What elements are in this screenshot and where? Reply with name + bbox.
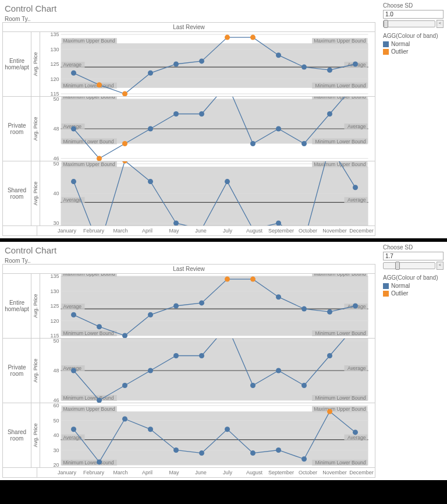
svg-point-56: [71, 126, 76, 132]
chevron-left-icon[interactable]: <: [437, 262, 444, 270]
svg-point-197: [199, 450, 204, 456]
svg-point-94: [225, 179, 230, 184]
svg-point-28: [173, 62, 179, 67]
x-tick-label: January: [54, 226, 80, 235]
legend-item-outlier[interactable]: Outlier: [383, 48, 444, 55]
svg-text:Maximum Upper Bound: Maximum Upper Bound: [63, 161, 116, 167]
svg-point-135: [353, 304, 358, 309]
svg-point-35: [353, 62, 358, 67]
svg-point-32: [276, 52, 281, 58]
chevron-left-icon[interactable]: <: [437, 20, 444, 28]
svg-point-158: [122, 383, 127, 388]
facet-plot[interactable]: 464850Maximum Upper BoundMaximum Upper B…: [40, 97, 375, 161]
facet-plot[interactable]: 304050Maximum Upper BoundMaximum Upper B…: [40, 161, 375, 225]
svg-point-63: [250, 141, 256, 146]
facet-row: Entire home/aptAvg. Price115120125130135…: [3, 31, 375, 96]
facet-row: Shared roomAvg. Price2030405060Maximum U…: [3, 403, 375, 467]
legend-item-normal[interactable]: Normal: [383, 41, 444, 47]
svg-point-61: [199, 111, 204, 117]
x-tick-label: May: [161, 226, 187, 235]
chart-title: Control Chart: [5, 3, 375, 13]
svg-text:Minimum Lower Bound: Minimum Lower Bound: [315, 460, 366, 466]
sd-input[interactable]: 1.0: [383, 10, 444, 19]
facet-grid: Entire home/aptAvg. Price115120125130135…: [2, 273, 375, 478]
x-tick-label: January: [54, 468, 80, 477]
sd-slider[interactable]: <: [383, 20, 444, 28]
svg-text:Maximum Upper Bound: Maximum Upper Bound: [314, 406, 366, 412]
svg-text:Average: Average: [347, 197, 366, 203]
sd-title: Choose SD: [383, 244, 444, 251]
facet-row: Entire home/aptAvg. Price115120125130135…: [3, 273, 375, 338]
svg-point-60: [173, 111, 179, 117]
x-tick-label: March: [107, 226, 134, 235]
x-tick-label: June: [187, 226, 214, 235]
svg-text:Average: Average: [347, 365, 366, 371]
legend-title: AGG(Colour of band): [383, 274, 444, 281]
legend-item-outlier[interactable]: Outlier: [383, 290, 444, 297]
svg-text:Maximum Upper Bound: Maximum Upper Bound: [314, 38, 366, 44]
facet-label: Private room: [3, 339, 31, 403]
sd-slider[interactable]: <: [383, 262, 444, 270]
facet-label: Shared room: [3, 403, 31, 467]
row-header: Room Ty..: [5, 258, 375, 264]
svg-text:60: 60: [53, 403, 59, 408]
facet-plot[interactable]: 115120125130135Maximum Upper BoundMaximu…: [40, 274, 375, 338]
y-axis-label: Avg. Price: [31, 32, 40, 96]
sd-input[interactable]: 1.7: [383, 252, 444, 260]
svg-text:Minimum Lower Bound: Minimum Lower Bound: [315, 330, 366, 336]
legend-swatch: [383, 49, 389, 55]
svg-text:130: 130: [50, 47, 59, 52]
svg-point-163: [250, 383, 256, 388]
svg-point-30: [225, 35, 230, 40]
chart-area: Control ChartRoom Ty..Last ReviewEntire …: [0, 242, 379, 480]
svg-text:Maximum Upper Bound: Maximum Upper Bound: [63, 274, 116, 277]
x-tick-label: September: [268, 226, 295, 235]
svg-point-88: [71, 179, 76, 184]
svg-point-29: [199, 58, 204, 64]
svg-text:30: 30: [53, 447, 59, 453]
svg-text:Maximum Upper Bound: Maximum Upper Bound: [63, 38, 116, 44]
panel: Control ChartRoom Ty..Last ReviewEntire …: [0, 0, 447, 238]
svg-text:Maximum Upper Bound: Maximum Upper Bound: [63, 406, 116, 412]
facet-plot[interactable]: 464850Maximum Upper BoundMaximum Upper B…: [40, 339, 375, 403]
svg-point-165: [301, 383, 307, 388]
legend-item-normal[interactable]: Normal: [383, 283, 444, 289]
svg-point-160: [173, 353, 179, 358]
svg-text:Minimum Lower Bound: Minimum Lower Bound: [63, 460, 114, 466]
svg-point-90: [122, 161, 127, 163]
x-tick-label: November: [321, 468, 348, 477]
x-axis: JanuaryFebruaryMarchAprilMayJuneJulyAugu…: [3, 225, 375, 235]
svg-text:115: 115: [50, 91, 59, 96]
svg-text:Average: Average: [63, 197, 82, 203]
x-tick-label: July: [214, 468, 241, 477]
svg-text:40: 40: [53, 432, 59, 438]
svg-point-58: [122, 141, 127, 146]
svg-point-202: [327, 409, 332, 414]
sidebar: Choose SD1.0<AGG(Colour of band)NormalOu…: [379, 0, 447, 238]
svg-text:Maximum Upper Bound: Maximum Upper Bound: [314, 274, 366, 277]
facet-label: Entire home/apt: [3, 32, 31, 96]
x-tick-label: October: [295, 226, 321, 235]
svg-rect-168: [61, 411, 368, 465]
facet-plot[interactable]: 2030405060Maximum Upper BoundMaximum Upp…: [40, 403, 375, 467]
x-tick-label: December: [348, 468, 375, 477]
facet-plot[interactable]: 115120125130135Maximum Upper BoundMaximu…: [40, 32, 375, 96]
y-axis-label: Avg. Price: [31, 97, 40, 161]
legend-swatch: [383, 283, 389, 289]
x-tick-label: April: [134, 468, 161, 477]
chart-area: Control ChartRoom Ty..Last ReviewEntire …: [0, 0, 379, 238]
svg-text:40: 40: [53, 191, 59, 196]
svg-point-27: [148, 71, 153, 76]
svg-point-91: [148, 179, 153, 184]
x-tick-label: September: [268, 468, 295, 477]
svg-point-161: [199, 353, 204, 358]
row-header: Room Ty..: [5, 16, 375, 22]
svg-point-128: [173, 304, 179, 309]
x-tick-label: February: [80, 226, 107, 235]
svg-point-59: [148, 126, 153, 132]
x-tick-label: August: [241, 226, 268, 235]
x-tick-label: March: [107, 468, 134, 477]
svg-text:Minimum Lower Bound: Minimum Lower Bound: [315, 139, 366, 144]
svg-text:130: 130: [50, 288, 59, 294]
x-axis: JanuaryFebruaryMarchAprilMayJuneJulyAugu…: [3, 467, 375, 477]
